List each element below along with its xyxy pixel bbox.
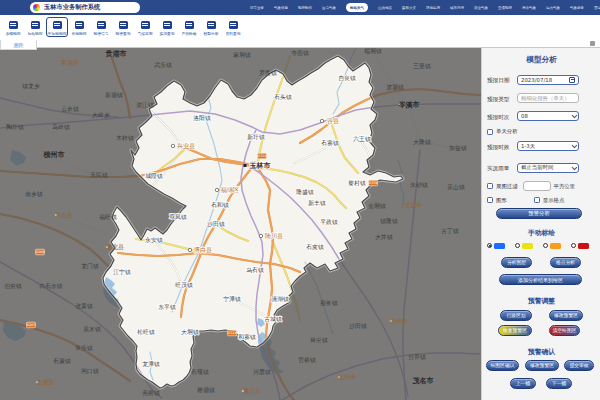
map-label: 新塘镇	[105, 92, 123, 99]
toolbar-item-短临预报[interactable]: 短临预报	[24, 17, 46, 37]
panel-title: 模型分析	[482, 55, 600, 65]
measure-tool-button[interactable]: 测距	[0, 40, 37, 50]
nav-item-农业气象[interactable]: 农业气象	[474, 6, 488, 10]
map-label: 云表镇	[61, 106, 79, 112]
add-result-button[interactable]: 添加分析结果到绘区	[499, 274, 582, 285]
area-filter-input[interactable]	[523, 181, 551, 191]
toolbar-item-气候监测[interactable]: 气候监测	[134, 17, 156, 37]
nav-item-城市内涝[interactable]: 城市内涝	[450, 6, 464, 10]
panel-collapse-icon[interactable]	[590, 41, 595, 46]
nav-item-森林火灾[interactable]: 森林火灾	[402, 6, 416, 10]
nav-item-雷电预警[interactable]: 雷电预警	[594, 6, 600, 10]
rain-select[interactable]: 截止当前时间	[517, 163, 579, 173]
color-swatch-yellow	[522, 243, 533, 250]
grid-checkbox[interactable]	[534, 197, 540, 203]
map-label: 玉林市	[249, 161, 271, 170]
validity-select[interactable]: 1-3天	[517, 141, 579, 151]
analyze-button[interactable]: 预警分析	[496, 208, 582, 219]
toolbar-item-资料查询[interactable]: 资料查询	[222, 17, 244, 37]
nav-item-气象信息[interactable]: 气象信息	[274, 6, 288, 10]
map-label: 木梓镇	[115, 135, 134, 141]
prev-frame-button[interactable]: 上一幅	[510, 378, 536, 389]
toolbar-item-长期预报[interactable]: 长期预报	[68, 17, 90, 37]
nav-item-日常业务[interactable]: 日常业务	[250, 6, 264, 10]
color-radio-red[interactable]	[571, 243, 576, 248]
toolbar-item-模型分析[interactable]: 模型分析	[200, 17, 222, 37]
restore-warning-button[interactable]: 恢复预警区	[498, 325, 532, 336]
map-label: 洛阳镇	[193, 115, 211, 122]
nav-item-应急气象[interactable]: 应急气象	[322, 6, 336, 10]
map-label: 和寨镇	[238, 333, 256, 340]
map-label: 张黄镇	[75, 303, 93, 310]
map-label: 宁潭镇	[223, 295, 241, 303]
map-label: 亮桥镇	[142, 390, 160, 397]
modify-warning-button[interactable]: 修改预警区	[549, 310, 583, 321]
nav-item-短临天气[interactable]: 短临天气	[346, 3, 368, 12]
map-label: 黎村镇	[348, 180, 366, 187]
toolbar-item-实况查询[interactable]: 实况查询	[156, 17, 178, 37]
color-radio-orange[interactable]	[543, 243, 548, 248]
area-filter-row: 展图过滤 平方公里	[487, 181, 575, 191]
admin-region-button[interactable]: 行政区划	[500, 310, 532, 321]
forecast-date-input[interactable]: 2023/07/18	[517, 75, 579, 85]
toolbar-item-label: 长期预报	[71, 31, 86, 36]
area-filter-checkbox[interactable]	[487, 183, 493, 189]
map-label: 平政镇	[320, 218, 338, 225]
county-marker	[215, 188, 218, 191]
map-label: 岑溪市	[398, 100, 420, 109]
toolbar-item-中短期预报[interactable]: 中短期预报	[46, 17, 68, 37]
map-label: 茂名市	[412, 376, 434, 385]
map-label: 大岭乡	[92, 112, 110, 118]
area-filter-label: 展图过滤	[496, 183, 518, 190]
grid-analysis-button[interactable]: 格点分析	[550, 257, 581, 268]
clear-draw-button[interactable]: 清空绘图区	[549, 325, 580, 336]
nav-item-电力气象[interactable]: 电力气象	[546, 6, 560, 10]
graphic-checkbox[interactable]	[487, 197, 493, 203]
nav-item-环境监测[interactable]: 环境监测	[426, 6, 440, 10]
top-bar: 玉林市业务制作系统 日常业务气象信息预报制作应急气象短临天气山洪地质森林火灾环境…	[0, 0, 600, 15]
submit-review-button[interactable]: 提交审核	[564, 360, 594, 371]
map-canvas[interactable]: G209G207G359G324G324玉林市兴业县容县福绵区陆川县博白县洛阳镇…	[0, 48, 481, 400]
map-label: 松旺镇	[137, 329, 155, 335]
color-radio-yellow[interactable]	[515, 243, 520, 248]
forecast-hour-select[interactable]: 08	[517, 111, 579, 121]
map-label: 清湖镇	[271, 296, 289, 303]
monitor-icon	[97, 21, 106, 29]
toolbar-item-label: 短临预报	[27, 31, 42, 36]
map-label: 乌石镇	[246, 266, 264, 274]
map-label: 大垌镇	[181, 328, 199, 336]
layer-button[interactable]: 分析图层	[501, 257, 532, 268]
forecast-type-input[interactable]: 精细化报告（单天）	[517, 93, 579, 103]
toolbar-item-预警查询[interactable]: 预警查询	[112, 17, 134, 37]
map-label: 常乐镇	[75, 345, 93, 351]
toolbar-item-产品检验[interactable]: 产品检验	[178, 17, 200, 37]
nav-item-山洪地质[interactable]: 山洪地质	[378, 6, 392, 10]
road-shield-label: G207	[27, 323, 36, 327]
nav-item-气象服务[interactable]: 气象服务	[570, 6, 584, 10]
map-label: 古城镇	[264, 316, 282, 323]
confirm-area-button[interactable]: 绘图区确认	[486, 360, 519, 371]
nav-item-预报制作[interactable]: 预报制作	[298, 6, 312, 10]
draw-section-title: 手动标绘	[482, 228, 600, 238]
single-day-checkbox[interactable]	[487, 129, 493, 135]
road-shield-label: G324	[228, 331, 237, 335]
map-label: 糯垌镇	[364, 48, 382, 55]
nav-item-交通预报[interactable]: 交通预报	[498, 6, 512, 10]
forecast-date-value: 2023/07/18	[521, 77, 569, 83]
map-label: 新丰镇	[308, 200, 326, 206]
rain-label: 实况雨量	[487, 165, 517, 173]
county-marker	[171, 144, 174, 147]
validity-value: 1-3天	[521, 143, 572, 150]
toolbar-item-label: 模型分析	[203, 31, 218, 36]
next-frame-button[interactable]: 下一幅	[546, 378, 572, 389]
modify-warning2-button[interactable]: 修改预警区	[525, 360, 559, 371]
chevron-down-icon	[571, 164, 576, 169]
toolbar-item-label: 资料查询	[225, 31, 240, 36]
toolbar-item-乡镇预报[interactable]: 乡镇预报	[2, 17, 24, 37]
map-label: 陶圩镇	[6, 123, 24, 131]
color-radio-blue[interactable]	[487, 243, 492, 248]
toolbar-item-label: 气候监测	[137, 31, 152, 36]
nav-item-海洋气象[interactable]: 海洋气象	[522, 6, 536, 10]
toolbar-item-预警信号[interactable]: 预警信号	[90, 17, 112, 37]
toolbar: 乡镇预报短临预报中短期预报长期预报预警信号预警查询气候监测实况查询产品检验模型分…	[0, 15, 600, 48]
